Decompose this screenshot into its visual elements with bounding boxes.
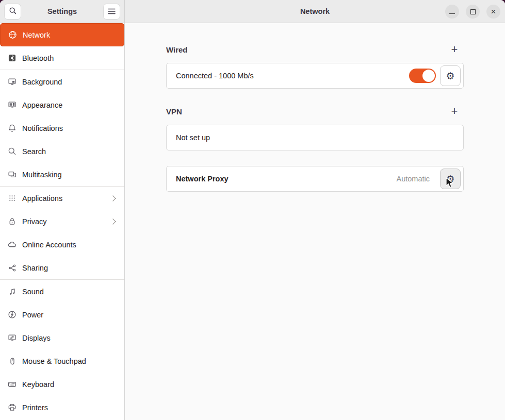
search-icon <box>8 147 17 156</box>
bell-icon <box>8 124 17 132</box>
network-panel: Wired + Connected - 1000 Mb/s ⚙ VPN + No… <box>125 23 505 420</box>
sidebar-item-keyboard[interactable]: Keyboard <box>0 373 124 396</box>
sidebar-item-network[interactable]: Network <box>0 23 124 46</box>
sidebar-item-label: Network <box>23 31 50 39</box>
wired-connection-row[interactable]: Connected - 1000 Mb/s ⚙ <box>166 63 464 89</box>
search-button[interactable] <box>4 4 21 20</box>
chevron-right-icon <box>110 219 116 224</box>
sidebar-item-label: Bluetooth <box>22 54 54 62</box>
add-vpn-button[interactable]: + <box>447 104 462 119</box>
primary-menu-button[interactable] <box>103 4 120 20</box>
vpn-status-label: Not set up <box>176 133 461 142</box>
sidebar-item-label: Sound <box>22 288 44 296</box>
sidebar-item-mouse-touchpad[interactable]: Mouse & Touchpad <box>0 349 124 373</box>
app-title: Settings <box>47 7 77 15</box>
sidebar-item-appearance[interactable]: Appearance <box>0 93 124 116</box>
sidebar-item-bluetooth[interactable]: Bluetooth <box>0 46 124 70</box>
sidebar-item-applications[interactable]: Applications <box>0 187 124 210</box>
sidebar-item-privacy[interactable]: Privacy <box>0 210 124 233</box>
sidebar-item-sound[interactable]: Sound <box>0 280 124 303</box>
proxy-label: Network Proxy <box>176 175 397 183</box>
sidebar-item-label: Background <box>22 78 62 86</box>
background-icon <box>8 77 17 86</box>
gear-icon: ⚙ <box>446 173 454 184</box>
sidebar-item-power[interactable]: Power <box>0 303 124 326</box>
chevron-right-icon <box>110 195 116 201</box>
toggle-knob <box>422 70 435 82</box>
grid-icon <box>8 194 17 203</box>
sidebar-item-label: Notifications <box>22 124 63 132</box>
sidebar-item-label: Sharing <box>22 264 48 272</box>
minimize-button[interactable] <box>445 5 459 19</box>
headerbar: Settings Network × <box>0 0 505 23</box>
wired-options-button[interactable]: ⚙ <box>440 65 461 86</box>
sidebar-item-sharing[interactable]: Sharing <box>0 256 124 279</box>
sidebar-item-label: Appearance <box>22 101 62 109</box>
share-icon <box>8 263 17 272</box>
settings-window: Settings Network × Network <box>0 0 505 420</box>
headerbar-right: Network × <box>125 0 505 23</box>
proxy-options-button[interactable]: ⚙ <box>440 169 461 189</box>
keyboard-icon <box>8 380 17 389</box>
minimize-icon <box>449 13 455 14</box>
sidebar-item-label: Keyboard <box>22 380 54 389</box>
sidebar-item-label: Applications <box>22 194 62 203</box>
wired-status-label: Connected - 1000 Mb/s <box>176 72 409 80</box>
globe-icon <box>8 30 17 39</box>
sidebar-item-printers[interactable]: Printers <box>0 396 124 419</box>
appearance-icon <box>8 100 17 109</box>
sidebar-item-label: Privacy <box>22 217 47 226</box>
vpn-section-header: VPN + <box>166 107 464 116</box>
hamburger-icon <box>108 7 116 16</box>
sidebar-item-label: Displays <box>22 334 51 342</box>
proxy-value: Automatic <box>397 175 430 183</box>
display-icon <box>8 333 17 342</box>
lock-icon <box>8 217 17 226</box>
add-wired-connection-button[interactable]: + <box>447 42 462 57</box>
headerbar-left: Settings <box>0 0 125 23</box>
sidebar-item-background[interactable]: Background <box>0 70 124 93</box>
wired-toggle[interactable] <box>409 69 436 83</box>
close-button[interactable]: × <box>486 5 500 19</box>
vpn-status-row: Not set up <box>166 125 464 150</box>
sidebar-item-notifications[interactable]: Notifications <box>0 116 124 140</box>
bluetooth-icon <box>8 54 17 62</box>
printer-icon <box>8 403 17 412</box>
vpn-heading: VPN <box>166 107 182 116</box>
sidebar-item-label: Multitasking <box>22 171 62 179</box>
note-icon <box>8 287 17 296</box>
sidebar-item-displays[interactable]: Displays <box>0 326 124 349</box>
sidebar-item-online-accounts[interactable]: Online Accounts <box>0 233 124 256</box>
windows-icon <box>8 170 17 179</box>
close-icon: × <box>491 7 496 16</box>
sidebar-item-label: Online Accounts <box>22 241 76 249</box>
wired-section-header: Wired + <box>166 45 464 54</box>
gear-icon: ⚙ <box>446 70 454 81</box>
wired-heading: Wired <box>166 45 188 54</box>
sidebar-item-label: Mouse & Touchpad <box>22 357 86 365</box>
maximize-button[interactable] <box>466 5 480 19</box>
mouse-icon <box>8 357 17 365</box>
network-proxy-row[interactable]: Network Proxy Automatic ⚙ <box>166 166 464 192</box>
cloud-icon <box>8 240 17 249</box>
sidebar-item-search[interactable]: Search <box>0 140 124 163</box>
sidebar: Network Bluetooth Background Appeara <box>0 23 125 420</box>
sidebar-item-label: Printers <box>22 404 48 412</box>
sidebar-item-label: Search <box>22 147 46 156</box>
search-icon <box>9 7 17 17</box>
sidebar-item-label: Power <box>22 311 43 319</box>
page-title: Network <box>300 7 330 15</box>
power-icon <box>8 310 17 319</box>
sidebar-item-multitasking[interactable]: Multitasking <box>0 163 124 186</box>
maximize-icon <box>470 9 476 14</box>
